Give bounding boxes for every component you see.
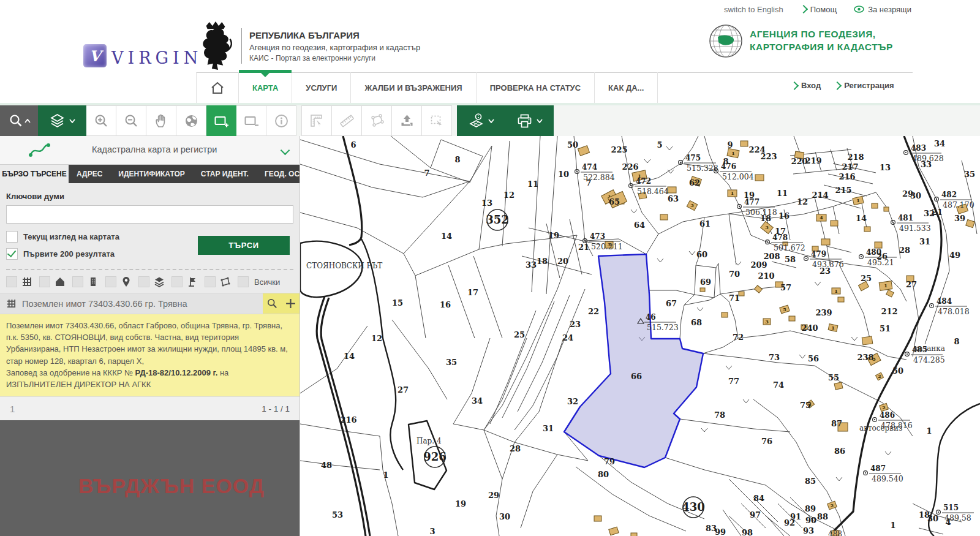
tab-uslugi[interactable]: УСЛУГИ	[292, 72, 351, 103]
login-link[interactable]: Вход	[791, 81, 821, 90]
measure-area-button[interactable]	[362, 105, 392, 136]
home-button[interactable]	[196, 72, 239, 103]
filter-checkbox-all[interactable]	[238, 276, 249, 287]
zoom-rectangle-out-button[interactable]	[236, 105, 266, 136]
parcel-number: 12	[371, 334, 382, 343]
filter-checkbox-building[interactable]	[39, 276, 50, 287]
zoom-out-button[interactable]	[116, 105, 146, 136]
parcel-number: 12	[797, 197, 808, 206]
building-number: 1	[834, 288, 838, 294]
parcel-number: 218	[847, 153, 864, 162]
keywords-input[interactable]	[6, 205, 293, 224]
filter-checkbox-layer[interactable]	[138, 276, 149, 287]
tab-address[interactable]: АДРЕС	[69, 165, 110, 183]
first-200-checkbox[interactable]: Първите 200 резултата	[6, 248, 198, 260]
parcel-number: 89	[805, 504, 816, 513]
parcel-number: 63	[668, 194, 679, 203]
parcel-number: 30	[910, 191, 921, 200]
agency-logo[interactable]: АГЕНЦИЯ ПО ГЕОДЕЗИЯ, КАРТОГРАФИЯ И КАДАС…	[708, 23, 893, 59]
survey-point-number: 486	[880, 411, 895, 420]
upload-icon	[399, 113, 415, 129]
building-number: 1	[731, 190, 734, 196]
register-link[interactable]: Регистрация	[834, 81, 894, 90]
tab-identifier[interactable]: ИДЕНТИФИКАТОР	[110, 165, 192, 183]
survey-point-elevation: 493.876	[812, 260, 844, 269]
zoom-rectangle-in-button[interactable]	[206, 105, 236, 136]
filter-checkbox-zone[interactable]	[205, 276, 216, 287]
parcel-number: 10	[558, 170, 569, 179]
parcel-number: 1	[383, 470, 388, 480]
world-extent-button[interactable]	[176, 105, 206, 136]
page-number[interactable]: 1	[10, 404, 15, 414]
survey-point-number: 515	[943, 504, 959, 512]
add-result-button[interactable]	[281, 293, 300, 314]
cadastral-map[interactable]: 1121133341115313212267810111213141921182…	[300, 136, 980, 536]
result-description[interactable]: Поземлен имот 73403.430.66, област Габро…	[0, 314, 300, 396]
government-titles: РЕПУБЛИКА БЪЛГАРИЯ Агенция по геодезия, …	[249, 30, 420, 62]
accessibility-link[interactable]: За незрящи	[854, 5, 911, 14]
current-view-checkbox[interactable]: Текущ изглед на картата	[6, 231, 198, 243]
tab-kak-da[interactable]: КАК ДА...	[595, 72, 658, 103]
survey-point-elevation: 515.328	[687, 164, 718, 173]
zoom-rectangle-out-icon	[243, 113, 260, 129]
virgin-logo[interactable]: V VIRGIN	[83, 44, 202, 67]
map-type-dropdown[interactable]: Кадастрална карта и регистри	[0, 136, 300, 165]
parcel-number: 1	[890, 521, 895, 530]
cadastre-route-icon	[28, 142, 50, 159]
agency-globe-icon	[708, 23, 744, 59]
search-result-row[interactable]: Поземлен имот 73403.430.66 гр. Трявна	[0, 293, 300, 314]
parcel-number: 9	[727, 140, 733, 149]
survey-point-number: 472	[636, 177, 651, 186]
tab-old-identifier[interactable]: СТАР ИДЕНТ.	[193, 165, 257, 183]
select-region-icon	[429, 113, 445, 129]
switch-language-link[interactable]: switch to English	[724, 5, 783, 14]
filter-checkbox-address[interactable]	[105, 276, 116, 287]
zoom-in-button[interactable]	[86, 105, 116, 136]
zoom-to-result-button[interactable]	[263, 293, 281, 314]
highlighted-parcel-66[interactable]	[564, 254, 703, 467]
tab-proverka[interactable]: ПРОВЕРКА НА СТАТУС	[477, 72, 595, 103]
identify-info-button[interactable]	[266, 105, 296, 136]
building	[631, 533, 637, 536]
filter-checkbox-parcel[interactable]	[6, 276, 17, 287]
parcel-number: 19	[455, 499, 466, 508]
building	[609, 527, 619, 535]
survey-point-number: 483	[911, 144, 926, 153]
survey-point-elevation: 520.211	[591, 242, 623, 251]
survey-point-number: 479	[811, 250, 826, 259]
parcel-number: 31	[543, 424, 554, 433]
filter-all-label[interactable]: Всички	[254, 277, 280, 287]
tab-karta[interactable]: КАРТА	[239, 72, 292, 103]
parcel-number: 12	[503, 191, 514, 200]
parcel-number: 21	[578, 243, 589, 252]
print-button[interactable]	[505, 105, 554, 136]
map-legend-button[interactable]	[457, 105, 505, 136]
search-tool-button[interactable]	[0, 105, 38, 136]
building	[821, 239, 830, 245]
building-number: 1	[856, 197, 860, 203]
tab-zhalbi[interactable]: ЖАЛБИ И ВЪЗРАЖЕНИЯ	[351, 72, 476, 103]
measure-distance-button[interactable]	[332, 105, 362, 136]
map-svg[interactable]: 1121133341115313212267810111213141921182…	[300, 136, 980, 536]
parcel-number: 28	[510, 444, 521, 453]
layers-tool-button[interactable]	[38, 105, 86, 136]
search-button[interactable]: ТЪРСИ	[198, 236, 290, 255]
place-label: казанка	[914, 344, 945, 353]
building-number: 1	[831, 325, 835, 331]
filter-checkbox-point[interactable]	[172, 276, 183, 287]
building-number: 1	[731, 150, 735, 156]
page-range: 1 - 1 / 1	[262, 404, 290, 413]
measure-position-button[interactable]	[301, 105, 332, 136]
help-link[interactable]: Помощ	[801, 5, 837, 14]
pan-button[interactable]	[146, 105, 176, 136]
zone-number: 352	[486, 213, 509, 226]
survey-point-dot	[584, 240, 586, 241]
filter-checkbox-unit[interactable]	[72, 276, 83, 287]
tab-quick-search[interactable]: БЪРЗО ТЪРСЕНЕ	[0, 165, 69, 183]
upload-button[interactable]	[392, 105, 422, 136]
measure-position-icon	[309, 113, 325, 129]
select-region-button[interactable]	[422, 105, 452, 136]
parcel-number: 31	[919, 237, 930, 246]
survey-point-elevation: 489.540	[872, 474, 903, 483]
building	[755, 285, 763, 293]
